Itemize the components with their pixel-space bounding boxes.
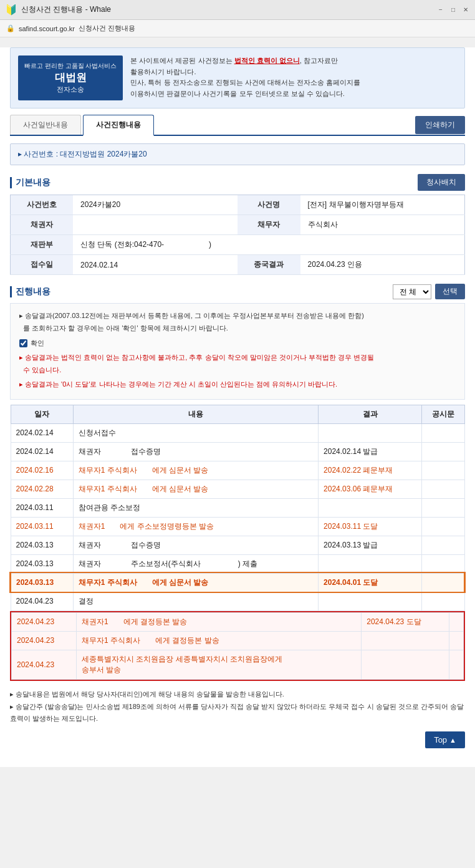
addressbar: 🔒 safind.scourt.go.kr 신청사건 진행내용	[0, 20, 475, 37]
notice-item-3: ▸ 송달결과는 '0시 도달'로 나타나는 경우에는 기간 계산 시 초일이 산…	[19, 379, 456, 391]
table-row-red-3: 2024.04.23 세종특별자치시 조치원읍장 세종특별자치시 조치원읍장에게…	[12, 650, 464, 679]
banner-notice5: 이용하시면 판결문이나 사건기록을 모두 인터넷으로 보실 수 있습니다.	[130, 90, 344, 97]
value-case-name: [전자] 채무불이행자명부등재	[300, 195, 465, 215]
close-button[interactable]: ✕	[461, 6, 470, 14]
maximize-button[interactable]: □	[449, 6, 458, 14]
value-case-number: 2024카불20	[73, 195, 238, 215]
row-content: 채권자1 에게 결정등본 발송	[76, 612, 361, 631]
footer-notice: 송달내용은 법원에서 해당 당사자(대리인)에게 해당 내용의 송달물을 발송한…	[10, 688, 465, 725]
row-result: 2024.04.23 도달	[362, 612, 449, 631]
banner-notice4: 민사, 특허 등 전자소송으로 진행되는 사건에 대해서는 전자소송 홈페이지를	[130, 79, 360, 86]
value-debtor: 주식회사	[300, 215, 465, 235]
table-row-red-1: 2024.04.23 채권자1 에게 결정등본 발송 2024.04.23 도달	[12, 612, 464, 631]
top-btn-row: Top ▲	[10, 731, 465, 748]
tab-general[interactable]: 사건일반내용	[10, 115, 81, 135]
table-row: 2024.02.16 채무자1 주식회사 에게 심문서 발송 2024.02.2…	[11, 461, 464, 480]
basic-info-title: 기본내용	[10, 177, 50, 188]
court-map-button[interactable]: 청사배치	[418, 174, 465, 191]
table-row: 2024.02.14 신청서접수	[11, 423, 464, 442]
table-row: 2024.02.28 채무자1 주식회사 에게 심문서 발송 2024.03.0…	[11, 480, 464, 498]
row-notice	[449, 631, 464, 650]
row-content: 채권자1 에게 주소보정명령등본 발송	[73, 517, 318, 536]
row-content: 채권자 접수증명	[73, 536, 318, 554]
col-content: 내용	[73, 405, 318, 423]
label-case-number: 사건번호	[11, 195, 74, 215]
banner: 빠르고 편리한 고품질 사법서비스 대법원 전자소송 본 사이트에서 제공된 사…	[10, 47, 465, 109]
row-content: 채무자1 주식회사 에게 심문서 발송	[73, 573, 318, 592]
red-border-section: 2024.04.23 채권자1 에게 결정등본 발송 2024.04.23 도달…	[10, 611, 465, 681]
row-notice	[421, 480, 464, 498]
progress-section-header: 진행내용 전 체 선택	[10, 284, 465, 299]
banner-notice2: , 참고자료만	[300, 57, 338, 64]
table-row: 2024.02.14 채권자 접수증명 2024.02.14 발급	[11, 442, 464, 461]
row-notice	[449, 650, 464, 679]
row-notice	[449, 612, 464, 631]
notice-text-1b: 를 조회하고자 할 경우에는 아래 '확인' 항목에 체크하시기 바랍니다.	[19, 324, 228, 332]
row-date: 2024.03.13	[11, 536, 73, 554]
label-case-name: 사건명	[238, 195, 300, 215]
row-result	[362, 631, 449, 650]
select-button[interactable]: 선택	[435, 284, 465, 299]
row-result	[319, 498, 422, 517]
info-row-3: 재판부 신청 단독 (전화:042-470- )	[11, 235, 465, 255]
minimize-button[interactable]: −	[436, 6, 445, 14]
case-number-box: ▸ 사건번호 : 대전지방법원 2024카불20	[10, 143, 465, 165]
filter-select[interactable]: 전 체	[393, 284, 431, 299]
case-number-value: 대전지방법원 2024카불20	[60, 150, 146, 158]
arrow-up-icon: ▲	[449, 736, 456, 744]
label-creditor: 채권자	[11, 215, 74, 235]
case-number-prefix: ▸ 사건번호 :	[18, 150, 60, 158]
row-notice	[421, 592, 464, 610]
footer-item-2: 송달간주 (발송송달)는 민사소송법 제189조에 의하여 서류를 당사자가 직…	[10, 701, 465, 726]
notice-item-2: ▸ 송달결과는 법적인 효력이 없는 참고사항에 불과하고, 추후 송달이 착오…	[19, 352, 456, 377]
titlebar-left: 🔰 신청사건 진행내용 - Whale	[5, 4, 111, 16]
row-date: 2024.02.14	[11, 423, 73, 442]
row-content: 채무자1 주식회사 에게 결정등본 발송	[76, 631, 361, 650]
print-button[interactable]: 인쇄하기	[415, 116, 465, 134]
banner-emphasis: 법적인 효력이 없으니	[234, 57, 300, 64]
label-court-div: 재판부	[11, 235, 74, 255]
banner-logo: 빠르고 편리한 고품질 사법서비스 대법원 전자소송	[18, 55, 123, 100]
address-url: safind.scourt.go.kr	[19, 25, 75, 32]
table-row: 2024.03.11 채권자1 에게 주소보정명령등본 발송 2024.03.1…	[11, 517, 464, 536]
tabs-bar: 사건일반내용 사건진행내용 인쇄하기	[10, 115, 465, 136]
top-button[interactable]: Top ▲	[425, 731, 465, 748]
row-result: 2024.04.01 도달	[319, 573, 422, 592]
row-content: 채무자1 주식회사 에게 심문서 발송	[73, 461, 318, 480]
col-notice: 공시문	[421, 405, 464, 423]
row-notice	[421, 517, 464, 536]
row-notice	[421, 498, 464, 517]
notice-item-1: ▸ 송달결과(2007.03.12전에는 재판부에서 등록한 내용에, 그 이후…	[19, 310, 456, 335]
info-row-2: 채권자 채무자 주식회사	[11, 215, 465, 235]
banner-slogan: 빠르고 편리한 고품질 사법서비스	[24, 62, 117, 70]
row-result: 2024.03.13 발급	[319, 536, 422, 554]
row-date: 2024.04.23	[12, 612, 77, 631]
basic-info-header: 기본내용 청사배치	[10, 174, 465, 191]
row-date: 2024.03.11	[11, 517, 73, 536]
notice-box: ▸ 송달결과(2007.03.12전에는 재판부에서 등록한 내용에, 그 이후…	[10, 303, 465, 400]
info-row-1: 사건번호 2024카불20 사건명 [전자] 채무불이행자명부등재	[11, 195, 465, 215]
label-receive-date: 접수일	[11, 255, 74, 275]
row-content: 결정	[73, 592, 318, 610]
row-date: 2024.03.13	[11, 554, 73, 573]
titlebar-controls[interactable]: − □ ✕	[436, 6, 470, 14]
basic-info-table: 사건번호 2024카불20 사건명 [전자] 채무불이행자명부등재 채권자 채무…	[10, 195, 465, 275]
row-result	[319, 554, 422, 573]
banner-sub: 전자소송	[57, 85, 84, 94]
info-row-4: 접수일 2024.02.14 종국결과 2024.04.23 인용	[11, 255, 465, 275]
row-notice	[421, 461, 464, 480]
row-date: 2024.04.23	[11, 592, 73, 610]
label-debtor: 채무자	[238, 215, 300, 235]
table-row: 2024.03.13 채권자 접수증명 2024.03.13 발급	[11, 536, 464, 554]
table-row: 2024.03.11 참여관용 주소보정	[11, 498, 464, 517]
tab-progress[interactable]: 사건진행내용	[83, 115, 154, 136]
row-result: 2024.02.14 발급	[319, 442, 422, 461]
col-date: 일자	[11, 405, 73, 423]
banner-text: 본 사이트에서 제공된 사건정보는 법적인 효력이 없으니, 참고자료만 활용하…	[130, 55, 360, 100]
row-content: 채권자 주소보정서(주식회사 ) 제출	[73, 554, 318, 573]
top-button-label: Top	[434, 735, 447, 745]
row-notice	[421, 442, 464, 461]
row-content: 채무자1 주식회사 에게 심문서 발송	[73, 480, 318, 498]
confirm-checkbox[interactable]	[19, 339, 27, 347]
progress-title: 진행내용	[10, 286, 50, 297]
